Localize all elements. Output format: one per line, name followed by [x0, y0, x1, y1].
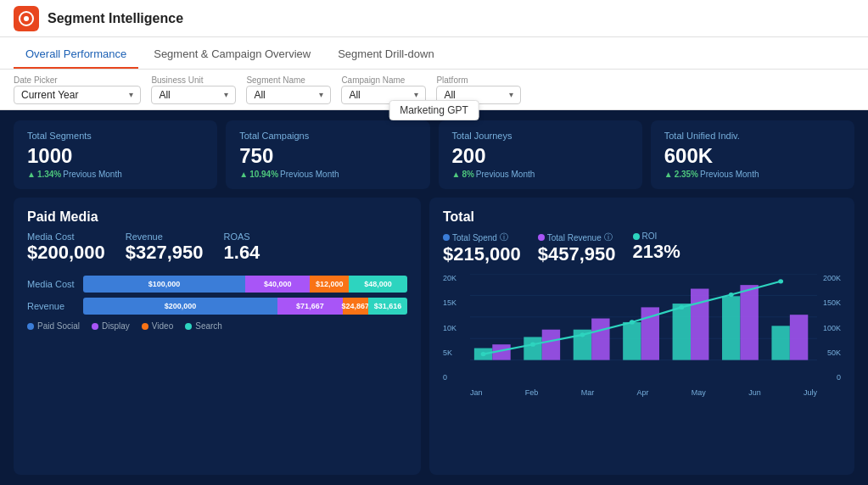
bar-video-media-cost: $12,000 [310, 276, 349, 293]
kpi-total-campaigns-label: Total Campaigns [239, 131, 416, 141]
svg-point-27 [778, 279, 783, 283]
kpi-total-unified-change: ▲ 2.35% Previous Month [664, 170, 841, 179]
bar-search-revenue: $31,616 [368, 298, 407, 315]
chevron-down-icon: ▾ [224, 90, 228, 99]
kpi-total-segments-label: Total Segments [27, 131, 204, 141]
paid-media-metrics: Media Cost $200,000 Revenue $327,950 ROA… [27, 231, 407, 264]
total-revenue-metric: Total Revenue ⓘ $457,950 [538, 231, 616, 265]
total-metrics-row: Total Spend ⓘ $215,000 Total Revenue ⓘ $… [443, 231, 841, 265]
tab-segment-campaign-overview[interactable]: Segment & Campaign Overview [142, 41, 322, 69]
svg-point-22 [530, 343, 535, 347]
legend-dot-display [92, 323, 98, 330]
x-axis-labels: Jan Feb Mar Apr May Jun July [470, 388, 817, 397]
paid-media-title: Paid Media [27, 209, 407, 225]
bar-paid-social-media-cost: $100,000 [83, 276, 245, 293]
chevron-down-icon: ▾ [509, 90, 513, 99]
kpi-total-unified-value: 600K [664, 144, 841, 168]
kpi-total-unified-label: Total Unified Indiv. [664, 131, 841, 141]
total-panel-title: Total [443, 209, 841, 225]
total-spend-value: $215,000 [443, 243, 521, 265]
roi-metric: ROI 213% [633, 231, 680, 263]
svg-rect-12 [722, 296, 740, 360]
legend-label-video: Video [152, 321, 173, 331]
svg-point-25 [679, 305, 684, 309]
svg-rect-8 [524, 337, 541, 360]
bar-track-media-cost: $100,000 $40,000 $12,000 $48,000 [83, 276, 407, 293]
total-spend-label: Total Spend ⓘ [443, 231, 521, 243]
marketing-gpt-tooltip[interactable]: Marketing GPT [389, 100, 479, 120]
date-picker-select[interactable]: Current Year ▾ [14, 86, 141, 104]
segment-name-select[interactable]: All ▾ [246, 86, 331, 104]
campaign-name-label: Campaign Name [341, 75, 426, 85]
bar-chart-legend: Paid Social Display Video Search [27, 321, 407, 331]
main-content: Marketing GPT Total Segments 1000 ▲ 1.34… [0, 110, 868, 485]
kpi-total-campaigns-change: ▲ 10.94% Previous Month [239, 170, 416, 179]
total-spend-metric: Total Spend ⓘ $215,000 [443, 231, 521, 265]
bar-row-revenue: Revenue $200,000 $71,667 $24,867 $31,616 [27, 298, 407, 315]
metric-revenue: Revenue $327,950 [126, 231, 204, 264]
kpi-total-journeys: Total Journeys 200 ▲ 8% Previous Month [439, 120, 642, 189]
legend-label-paid-social: Paid Social [37, 321, 80, 331]
chevron-down-icon: ▾ [414, 90, 418, 99]
app-logo [14, 6, 39, 31]
legend-label-display: Display [102, 321, 130, 331]
kpi-total-unified: Total Unified Indiv. 600K ▲ 2.35% Previo… [651, 120, 854, 189]
kpi-total-journeys-label: Total Journeys [452, 131, 629, 141]
total-panel: Total Total Spend ⓘ $215,000 Total Reven… [429, 198, 854, 475]
svg-rect-11 [673, 304, 691, 360]
roi-label: ROI [633, 231, 680, 241]
bar-search-media-cost: $48,000 [349, 276, 407, 293]
y-axis-right: 200K 150K 100K 50K 0 [823, 274, 841, 382]
bottom-panels: Paid Media Media Cost $200,000 Revenue $… [14, 198, 854, 475]
tab-overall-performance[interactable]: Overall Performance [14, 41, 138, 69]
legend-video: Video [142, 321, 173, 331]
legend-dot-paid-social [27, 323, 34, 330]
segment-name-label: Segment Name [246, 75, 331, 85]
total-chart: 20K 15K 10K 5K 0 200K 150K 100K 50K 0 Ja… [443, 274, 841, 397]
kpi-total-segments: Total Segments 1000 ▲ 1.34% Previous Mon… [14, 120, 217, 189]
bar-row-media-cost: Media Cost $100,000 $40,000 $12,000 $48,… [27, 276, 407, 293]
tab-segment-drilldown[interactable]: Segment Drill-down [326, 41, 445, 69]
legend-dot-search [185, 323, 192, 330]
kpi-total-campaigns: Total Campaigns 750 ▲ 10.94% Previous Mo… [226, 120, 429, 189]
svg-rect-19 [740, 285, 758, 360]
kpi-card-row: Total Segments 1000 ▲ 1.34% Previous Mon… [14, 120, 854, 189]
svg-rect-16 [591, 319, 609, 360]
metric-media-cost-value: $200,000 [27, 242, 105, 264]
kpi-total-segments-value: 1000 [27, 144, 204, 168]
paid-media-panel: Paid Media Media Cost $200,000 Revenue $… [14, 198, 421, 475]
business-unit-label: Business Unit [151, 75, 236, 85]
app-title: Segment Intelligence [48, 11, 183, 26]
legend-paid-social: Paid Social [27, 321, 80, 331]
svg-point-1 [24, 16, 29, 21]
metric-media-cost: Media Cost $200,000 [27, 231, 105, 264]
business-unit-select[interactable]: All ▾ [151, 86, 236, 104]
kpi-total-campaigns-value: 750 [239, 144, 416, 168]
legend-label-search: Search [195, 321, 222, 331]
metric-media-cost-label: Media Cost [27, 231, 105, 242]
bar-display-media-cost: $40,000 [245, 276, 310, 293]
bar-display-revenue: $71,667 [277, 298, 342, 315]
kpi-total-journeys-value: 200 [452, 144, 629, 168]
legend-search: Search [185, 321, 222, 331]
bar-label-revenue: Revenue [27, 301, 78, 311]
svg-point-26 [729, 293, 734, 297]
bar-paid-social-revenue: $200,000 [83, 298, 277, 315]
svg-rect-18 [691, 289, 708, 360]
kpi-total-segments-change: ▲ 1.34% Previous Month [27, 170, 204, 179]
tab-bar: Overall Performance Segment & Campaign O… [0, 37, 868, 70]
svg-point-23 [580, 332, 585, 337]
total-revenue-dot [538, 234, 545, 241]
svg-point-24 [630, 320, 635, 324]
bar-track-revenue: $200,000 $71,667 $24,867 $31,616 [83, 298, 407, 315]
roi-dot [633, 233, 640, 240]
svg-point-21 [481, 352, 486, 356]
platform-label: Platform [436, 75, 521, 85]
total-revenue-value: $457,950 [538, 243, 616, 265]
kpi-total-journeys-change: ▲ 8% Previous Month [452, 170, 629, 179]
app-header: Segment Intelligence [0, 0, 868, 37]
metric-revenue-label: Revenue [126, 231, 204, 242]
svg-rect-13 [771, 326, 789, 360]
roi-value: 213% [633, 241, 680, 263]
bar-chart-section: Media Cost $100,000 $40,000 $12,000 $48,… [27, 276, 407, 315]
